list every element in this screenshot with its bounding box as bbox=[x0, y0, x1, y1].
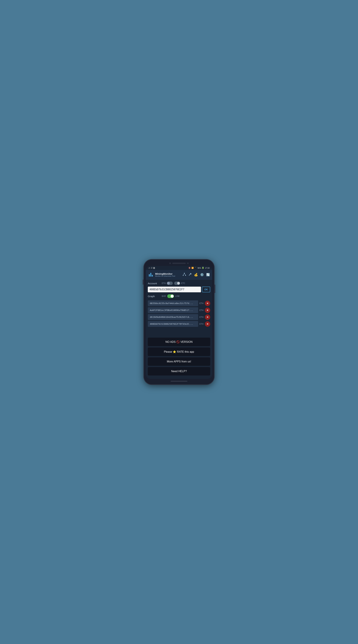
account-type-2: ETH bbox=[200, 316, 204, 318]
main-content: Account ETH ETC OK bbox=[146, 280, 212, 379]
signal-icon: 📱 bbox=[194, 267, 197, 269]
bar-label: BAR bbox=[162, 295, 166, 297]
app-title: MiningMonitor bbox=[155, 272, 181, 275]
mute-icon: 🔇 bbox=[188, 267, 191, 269]
remove-button-1[interactable]: ✕ bbox=[205, 308, 210, 313]
svg-line-3 bbox=[183, 274, 184, 275]
more-apps-label: More APPS from us! bbox=[167, 360, 191, 363]
status-icons-left: ⚠ ☑ 🖼 bbox=[148, 267, 155, 269]
sensor-dot bbox=[187, 262, 189, 264]
account-type-0: ETH bbox=[200, 302, 204, 304]
no-ads-label: NO ADS 🚫 VERSION bbox=[166, 340, 192, 343]
refresh-icon-button[interactable]: 🔄 bbox=[206, 272, 210, 277]
help-button[interactable]: Need HELP? bbox=[148, 367, 210, 376]
account-item-0: 6B35bbc0235c0af44dce8ec52c757d... ETH ✕ bbox=[148, 300, 210, 306]
account-address-2: d619d9e840b6164d3baefb362b57c6... bbox=[148, 314, 198, 320]
svg-point-1 bbox=[183, 275, 184, 276]
eth-toggle-knob bbox=[167, 282, 170, 284]
pickaxe-icon-button[interactable] bbox=[188, 272, 192, 277]
spacer bbox=[148, 330, 210, 336]
phone-screen: ⚠ ☑ 🖼 🔇 📶 📱 96% 🔋 17:34 bbox=[146, 266, 212, 379]
svg-point-2 bbox=[185, 275, 186, 276]
logo-bar-2 bbox=[150, 273, 151, 276]
account-address-0: 6B35bbc0235c0af44dce8ec52c757d... bbox=[148, 300, 198, 306]
account-row: Account ETH ETC bbox=[148, 282, 210, 285]
logo-bar-3 bbox=[152, 275, 153, 276]
phone-bottom-bar bbox=[146, 381, 212, 382]
notification-icon: ☑ bbox=[151, 267, 152, 269]
phone-top-bar bbox=[146, 262, 212, 264]
svg-line-4 bbox=[184, 274, 186, 275]
graph-row: Graph BAR LINE bbox=[148, 294, 210, 298]
logo-bar-1 bbox=[149, 274, 150, 276]
money-icon-button[interactable]: 💰 bbox=[194, 272, 198, 277]
speaker-bar bbox=[172, 263, 186, 264]
line-label: LINE bbox=[175, 295, 180, 297]
battery-percent: 96% bbox=[198, 267, 201, 269]
money-emoji: 💰 bbox=[194, 273, 198, 276]
more-apps-button[interactable]: More APPS from us! bbox=[148, 358, 210, 366]
account-item-2: d619d9e840b6164d3baefb362b57c6... ETH ✕ bbox=[148, 314, 210, 320]
account-address-1: Aa6F2F881ec3FDBa918098a79bB517... bbox=[148, 307, 198, 313]
etc-label: ETC bbox=[181, 282, 185, 284]
eth-toggle[interactable] bbox=[167, 282, 173, 285]
svg-line-5 bbox=[189, 274, 191, 276]
status-icons-right: 🔇 📶 📱 96% 🔋 17:34 bbox=[188, 267, 210, 269]
network-icon-button[interactable] bbox=[182, 272, 186, 277]
image-icon: 🖼 bbox=[153, 267, 155, 269]
settings-emoji: ⚙️ bbox=[200, 273, 204, 276]
remove-button-2[interactable]: ✕ bbox=[205, 314, 210, 320]
account-item-1: Aa6F2F881ec3FDBa918098a79bB517... ETH ✕ bbox=[148, 307, 210, 313]
account-type-1: ETH bbox=[200, 309, 204, 312]
settings-icon-button[interactable]: ⚙️ bbox=[200, 272, 204, 277]
app-subtitle: Monitor for Ethermine Pool bbox=[155, 275, 181, 277]
app-icons: 💰 ⚙️ 🔄 bbox=[182, 272, 210, 277]
graph-toggle[interactable] bbox=[167, 294, 174, 298]
camera-dot bbox=[169, 262, 171, 264]
power-button bbox=[214, 284, 215, 293]
address-input[interactable] bbox=[148, 286, 201, 292]
status-bar: ⚠ ☑ 🖼 🔇 📶 📱 96% 🔋 17:34 bbox=[146, 266, 212, 270]
phone-device: ⚠ ☑ 🖼 🔇 📶 📱 96% 🔋 17:34 bbox=[144, 260, 214, 384]
wifi-icon: 📶 bbox=[192, 267, 194, 269]
rate-button[interactable]: Please ⭐ RATE this app bbox=[148, 348, 210, 356]
input-row: OK bbox=[148, 286, 210, 292]
etc-toggle-group: ETC bbox=[174, 282, 185, 285]
account-list: 6B35bbc0235c0af44dce8ec52c757d... ETH ✕ … bbox=[148, 300, 210, 327]
refresh-emoji: 🔄 bbox=[206, 273, 210, 276]
account-label: Account bbox=[148, 282, 160, 285]
graph-toggle-knob bbox=[170, 295, 174, 298]
account-type-3: ETH bbox=[200, 323, 204, 325]
eth-label: ETH bbox=[162, 282, 166, 284]
eth-toggle-group: ETH bbox=[162, 282, 173, 285]
svg-point-0 bbox=[184, 273, 185, 274]
remove-button-3[interactable]: ✕ bbox=[205, 321, 210, 327]
app-bar: MiningMonitor Monitor for Ethermine Pool bbox=[146, 270, 212, 280]
app-logo bbox=[148, 272, 154, 278]
no-ads-button[interactable]: NO ADS 🚫 VERSION bbox=[148, 338, 210, 346]
help-label: Need HELP? bbox=[171, 370, 187, 373]
clock: 17:34 bbox=[205, 267, 210, 269]
warning-icon: ⚠ bbox=[148, 267, 150, 269]
battery-icon: 🔋 bbox=[202, 267, 204, 269]
volume-button-left bbox=[143, 280, 144, 284]
graph-label: Graph bbox=[148, 295, 160, 298]
rate-label: Please ⭐ RATE this app bbox=[164, 350, 194, 353]
logo-bars bbox=[149, 273, 153, 276]
app-title-block: MiningMonitor Monitor for Ethermine Pool bbox=[155, 272, 181, 277]
etc-toggle[interactable] bbox=[174, 282, 180, 285]
ok-button[interactable]: OK bbox=[202, 286, 210, 292]
remove-button-0[interactable]: ✕ bbox=[205, 301, 210, 306]
account-item-3: 408EbD7b31CB8825076E2F70f43e2C... ETH ✕ bbox=[148, 321, 210, 327]
action-buttons: NO ADS 🚫 VERSION Please ⭐ RATE this app … bbox=[148, 336, 210, 377]
etc-toggle-knob bbox=[177, 282, 180, 284]
home-indicator bbox=[170, 381, 188, 382]
account-address-3: 408EbD7b31CB8825076E2F70f43e2C... bbox=[148, 321, 198, 327]
